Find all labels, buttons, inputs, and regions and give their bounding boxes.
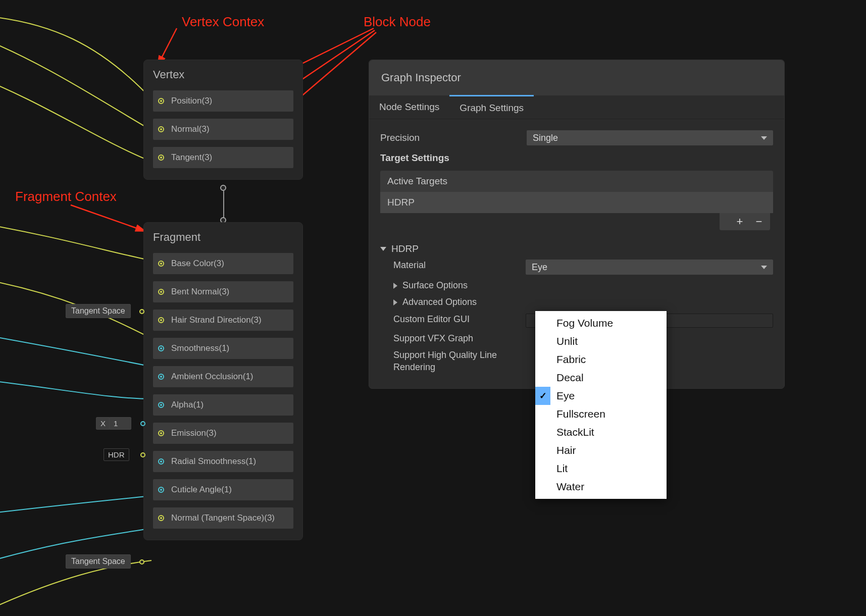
port-icon[interactable]	[158, 402, 164, 408]
context-connector-dot-top	[220, 185, 226, 191]
context-connector-line	[223, 191, 224, 219]
graph-inspector-title: Graph Inspector	[369, 60, 784, 95]
port-icon[interactable]	[158, 458, 164, 465]
material-option-lit[interactable]: Lit	[535, 459, 667, 478]
port-icon[interactable]	[158, 261, 164, 267]
material-option-eye[interactable]: Eye	[535, 387, 667, 405]
block-label: Position(3)	[171, 96, 212, 106]
material-value: Eye	[532, 262, 547, 273]
chip-port[interactable]	[139, 309, 144, 314]
chip-port[interactable]	[140, 452, 145, 457]
material-dropdown[interactable]: Eye	[526, 260, 773, 275]
fragment-block-cuticle-angle[interactable]: Cuticle Angle(1)	[153, 479, 293, 500]
fragment-context-panel[interactable]: Fragment Base Color(3) Bent Normal(3) Ha…	[143, 222, 303, 540]
material-option-label: Fabric	[556, 353, 586, 365]
chevron-down-icon	[380, 247, 386, 251]
material-option-label: Unlit	[556, 335, 578, 347]
chip-x: X	[96, 417, 110, 430]
chip-hdr[interactable]: HDR	[104, 448, 129, 461]
fragment-block-emission[interactable]: Emission(3)	[153, 423, 293, 444]
material-option-unlit[interactable]: Unlit	[535, 332, 667, 350]
tab-graph-settings[interactable]: Graph Settings	[449, 95, 534, 119]
hdrp-section-header[interactable]: HDRP	[380, 243, 773, 254]
fragment-block-base-color[interactable]: Base Color(3)	[153, 253, 293, 274]
chip-tangent-space-2[interactable]: Tangent Space	[66, 554, 131, 569]
vertex-context-panel[interactable]: Vertex Position(3) Normal(3) Tangent(3)	[143, 60, 303, 180]
fragment-block-smoothness[interactable]: Smoothness(1)	[153, 338, 293, 359]
port-icon[interactable]	[158, 155, 164, 161]
block-label: Base Color(3)	[171, 259, 224, 269]
port-icon[interactable]	[158, 430, 164, 436]
vertex-context-title: Vertex	[153, 68, 293, 81]
material-option-label: Fog Volume	[556, 317, 613, 329]
material-option-label: Hair	[556, 444, 576, 456]
material-option-label: Lit	[556, 463, 568, 474]
block-label: Bent Normal(3)	[171, 287, 229, 297]
fragment-block-hair-strand[interactable]: Hair Strand Direction(3)	[153, 310, 293, 331]
block-label: Emission(3)	[171, 428, 217, 438]
port-icon[interactable]	[158, 317, 164, 323]
precision-dropdown[interactable]: Single	[527, 130, 773, 145]
chevron-down-icon	[761, 266, 767, 269]
vertex-block-tangent[interactable]: Tangent(3)	[153, 147, 293, 168]
material-option-fabric[interactable]: Fabric	[535, 350, 667, 369]
material-option-stacklit[interactable]: StackLit	[535, 423, 667, 441]
material-option-label: Water	[556, 481, 584, 492]
chip-port[interactable]	[140, 421, 145, 426]
vertex-block-position[interactable]: Position(3)	[153, 90, 293, 112]
material-option-decal[interactable]: Decal	[535, 369, 667, 387]
material-option-label: Decal	[556, 372, 584, 383]
vertex-block-normal[interactable]: Normal(3)	[153, 119, 293, 140]
chip-x-value[interactable]: 1	[109, 417, 131, 430]
tab-node-settings[interactable]: Node Settings	[369, 95, 449, 119]
block-label: Smoothness(1)	[171, 343, 229, 353]
port-icon[interactable]	[158, 98, 164, 104]
material-option-label: Fullscreen	[556, 408, 605, 420]
material-option-water[interactable]: Water	[535, 478, 667, 496]
chip-tangent-space-1[interactable]: Tangent Space	[66, 304, 131, 318]
port-icon[interactable]	[158, 345, 164, 351]
material-option-fog-volume[interactable]: Fog Volume	[535, 314, 667, 332]
active-targets-header: Active Targets	[380, 171, 773, 192]
port-icon[interactable]	[158, 515, 164, 521]
fragment-block-bent-normal[interactable]: Bent Normal(3)	[153, 281, 293, 302]
chevron-right-icon	[393, 299, 397, 305]
fragment-block-normal-ts[interactable]: Normal (Tangent Space)(3)	[153, 507, 293, 529]
material-option-fullscreen[interactable]: Fullscreen	[535, 405, 667, 423]
advanced-options-label: Advanced Options	[402, 296, 477, 308]
precision-value: Single	[533, 133, 558, 143]
block-label: Hair Strand Direction(3)	[171, 315, 262, 325]
surface-options-expander[interactable]: Surface Options	[393, 280, 526, 291]
fragment-block-ao[interactable]: Ambient Occlusion(1)	[153, 366, 293, 387]
annotation-vertex-contex: Vertex Contex	[182, 14, 264, 30]
chip-port[interactable]	[139, 559, 144, 564]
annotation-block-node: Block Node	[364, 14, 431, 30]
material-label: Material	[393, 260, 526, 271]
advanced-options-expander[interactable]: Advanced Options	[393, 296, 526, 308]
material-dropdown-menu[interactable]: Fog VolumeUnlitFabricDecalEyeFullscreenS…	[535, 311, 667, 499]
remove-target-button[interactable]: −	[752, 215, 766, 228]
check-icon	[535, 387, 550, 405]
port-icon[interactable]	[158, 289, 164, 295]
hdrp-section-label: HDRP	[391, 243, 419, 254]
annotation-fragment-contex: Fragment Contex	[15, 189, 117, 204]
add-target-button[interactable]: +	[733, 215, 747, 228]
block-label: Normal(3)	[171, 124, 210, 134]
port-icon[interactable]	[158, 374, 164, 380]
block-label: Ambient Occlusion(1)	[171, 372, 253, 382]
material-option-hair[interactable]: Hair	[535, 441, 667, 459]
block-label: Radial Smoothness(1)	[171, 456, 256, 467]
port-icon[interactable]	[158, 126, 164, 132]
target-item-hdrp[interactable]: HDRP	[380, 192, 773, 213]
custom-gui-label: Custom Editor GUI	[393, 314, 526, 325]
fragment-block-radial-smoothness[interactable]: Radial Smoothness(1)	[153, 451, 293, 472]
block-label: Normal (Tangent Space)(3)	[171, 513, 275, 523]
fragment-block-alpha[interactable]: Alpha(1)	[153, 394, 293, 416]
surface-options-label: Surface Options	[402, 280, 468, 291]
block-label: Alpha(1)	[171, 400, 203, 410]
block-label: Cuticle Angle(1)	[171, 485, 232, 495]
target-settings-label: Target Settings	[380, 152, 527, 164]
targets-footer: + −	[720, 213, 770, 230]
support-hqlr-label: Support High Quality Line Rendering	[393, 349, 526, 373]
port-icon[interactable]	[158, 487, 164, 493]
